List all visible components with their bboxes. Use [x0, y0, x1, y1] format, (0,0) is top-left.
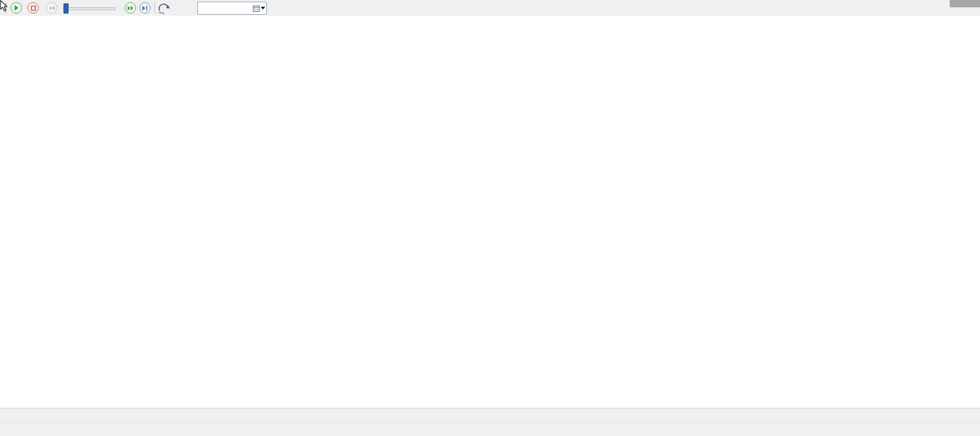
- rewind-button: [46, 2, 57, 13]
- fast-forward-button[interactable]: [125, 2, 136, 13]
- skip-forward-icon[interactable]: [158, 2, 170, 14]
- trade-table-header: [0, 423, 980, 436]
- chevron-down-icon: [261, 7, 265, 10]
- stop-icon: [31, 6, 36, 11]
- timeframe-tab-bar: [0, 408, 980, 423]
- calendar-dropdown-button[interactable]: [252, 2, 266, 14]
- playback-toolbar: [0, 0, 980, 16]
- speed-slider-track[interactable]: [63, 7, 116, 10]
- current-price-tag: [950, 0, 980, 7]
- chart-area[interactable]: [0, 16, 980, 408]
- toolbar-separator: [155, 2, 155, 13]
- stop-button[interactable]: [28, 2, 39, 13]
- play-icon: [14, 5, 19, 11]
- strategy-tester-window: [0, 0, 980, 436]
- start-date-field[interactable]: [197, 2, 267, 15]
- toolbar-grip: [6, 3, 6, 13]
- fast-forward-icon: [128, 6, 134, 11]
- calendar-icon: [253, 5, 260, 12]
- skip-to-end-icon: [142, 6, 148, 11]
- play-button[interactable]: [11, 2, 22, 13]
- candlestick-chart-canvas[interactable]: [0, 16, 980, 408]
- speed-slider-handle[interactable]: [63, 3, 69, 13]
- skip-to-end-button[interactable]: [139, 2, 151, 13]
- rewind-icon: [49, 6, 55, 11]
